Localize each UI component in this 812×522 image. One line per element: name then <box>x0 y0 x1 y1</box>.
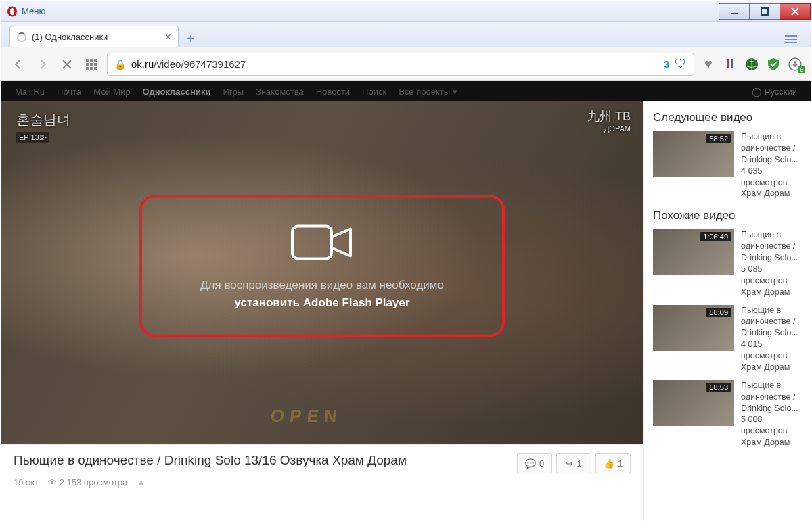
language-selector[interactable]: ◯ Русский <box>752 87 797 97</box>
bookmark-ext-icon[interactable] <box>723 57 738 72</box>
video-views: 👁 2 153 просмотра <box>48 477 127 488</box>
related-video-item[interactable]: 58:53 Пьющие в одиночестве / Drinking So… <box>653 380 811 448</box>
svg-rect-7 <box>86 63 89 66</box>
globe-ext-icon[interactable] <box>744 57 759 72</box>
svg-rect-14 <box>731 59 733 68</box>
browser-tab[interactable]: (1) Одноклассники × <box>9 26 179 47</box>
video-thumbnail: 58:52 <box>653 131 734 177</box>
address-toolbar: 🔒 ok.ru/video/96747391627 3 🛡 ♥ 6 <box>1 47 811 81</box>
svg-rect-9 <box>94 63 97 66</box>
nav-item[interactable]: Все проекты ▾ <box>399 87 457 97</box>
comment-icon: 💬 <box>525 458 536 469</box>
notification-count: 3 <box>664 59 669 70</box>
nav-item-active[interactable]: Одноклассники <box>143 87 211 97</box>
svg-rect-12 <box>94 67 97 70</box>
channel-watermark-left: 혼술남녀 EP 13화 <box>16 111 70 143</box>
forward-button[interactable] <box>34 55 51 73</box>
video-item-text: Пьющие в одиночестве / Drinking Solo... … <box>741 131 811 199</box>
download-ext-icon[interactable]: 6 <box>788 57 803 72</box>
channel-watermark-right: 九州 ТВ ДОРАМ <box>587 108 631 133</box>
loading-spinner-icon <box>17 32 26 42</box>
tab-title: (1) Одноклассники <box>32 32 108 42</box>
warning-icon[interactable]: ▲ <box>137 477 145 488</box>
video-date: 19 окт <box>14 477 39 488</box>
related-video-item[interactable]: 1:06:49 Пьющие в одиночестве / Drinking … <box>653 229 811 298</box>
related-video-item[interactable]: 58:09 Пьющие в одиночестве / Drinking So… <box>653 305 811 373</box>
maximize-button[interactable] <box>749 3 780 20</box>
video-thumbnail: 1:06:49 <box>653 229 734 275</box>
svg-rect-10 <box>86 67 89 70</box>
video-thumbnail: 58:53 <box>653 380 734 426</box>
video-item-text: Пьющие в одиночестве / Drinking Solo... … <box>741 229 811 298</box>
flash-install-callout: Для воспроизведения видео вам необходимо… <box>139 195 505 337</box>
svg-rect-11 <box>90 67 93 70</box>
svg-rect-13 <box>727 59 729 68</box>
install-flash-link[interactable]: установить Adobe Flash Player <box>234 295 409 308</box>
scene-text: OPEN <box>270 406 344 427</box>
nav-item[interactable]: Игры <box>223 87 244 97</box>
svg-rect-3 <box>761 8 768 15</box>
menu-link[interactable]: Меню <box>22 6 45 16</box>
nav-item[interactable]: Почта <box>57 87 81 97</box>
video-item-text: Пьющие в одиночестве / Drinking Solo... … <box>741 380 811 448</box>
window-titlebar: Меню <box>1 1 811 22</box>
svg-rect-6 <box>94 59 97 62</box>
svg-rect-5 <box>90 59 93 62</box>
related-videos-heading: Похожие видео <box>653 209 811 222</box>
opera-logo-icon <box>7 6 18 17</box>
svg-rect-17 <box>292 227 332 259</box>
speed-dial-button[interactable] <box>83 55 100 73</box>
video-sidebar: Следующее видео 58:52 Пьющие в одиночест… <box>643 101 811 521</box>
svg-rect-4 <box>86 59 89 62</box>
comments-button[interactable]: 💬0 <box>517 453 552 473</box>
tab-strip: (1) Одноклассники × + <box>1 22 811 47</box>
nav-item[interactable]: Новости <box>316 87 350 97</box>
lock-icon: 🔒 <box>114 59 126 70</box>
svg-point-1 <box>10 7 14 14</box>
panel-toggle-button[interactable] <box>781 31 801 47</box>
stop-reload-button[interactable] <box>58 55 76 73</box>
video-title: Пьющие в одиночестве / Drinking Solo 13/… <box>14 453 508 468</box>
address-bar[interactable]: 🔒 ok.ru/video/96747391627 3 🛡 <box>107 53 694 76</box>
new-tab-button[interactable]: + <box>181 30 200 47</box>
like-button[interactable]: 👍1 <box>595 453 631 473</box>
next-video-item[interactable]: 58:52 Пьющие в одиночестве / Drinking So… <box>653 131 811 199</box>
video-item-text: Пьющие в одиночестве / Drinking Solo... … <box>741 305 811 373</box>
heart-icon[interactable]: ♥ <box>701 57 716 72</box>
adguard-ext-icon[interactable] <box>766 57 781 72</box>
svg-rect-8 <box>90 63 93 66</box>
url-text: ok.ru/video/96747391627 <box>131 58 658 70</box>
nav-item[interactable]: Поиск <box>362 87 386 97</box>
flash-message: Для воспроизведения видео вам необходимо… <box>200 277 444 311</box>
nav-item[interactable]: Mail.Ru <box>15 87 45 97</box>
close-window-button[interactable] <box>780 3 811 20</box>
share-button[interactable]: ↪1 <box>556 453 591 473</box>
video-player[interactable]: 혼술남녀 EP 13화 九州 ТВ ДОРАМ OPEN Для воспрои… <box>1 101 643 444</box>
next-video-heading: Следующее видео <box>653 111 811 124</box>
minimize-button[interactable] <box>719 3 750 20</box>
video-thumbnail: 58:09 <box>653 305 734 351</box>
nav-item[interactable]: Мой Мир <box>93 87 130 97</box>
svg-rect-2 <box>731 13 738 14</box>
site-top-nav: Mail.Ru Почта Мой Мир Одноклассники Игры… <box>1 81 811 101</box>
nav-item[interactable]: Знакомства <box>256 87 304 97</box>
share-icon: ↪ <box>566 458 573 469</box>
shield-icon[interactable]: 🛡 <box>675 57 687 71</box>
back-button[interactable] <box>9 55 27 73</box>
close-tab-button[interactable]: × <box>165 31 171 43</box>
like-icon: 👍 <box>604 458 614 469</box>
camera-icon <box>288 221 356 264</box>
